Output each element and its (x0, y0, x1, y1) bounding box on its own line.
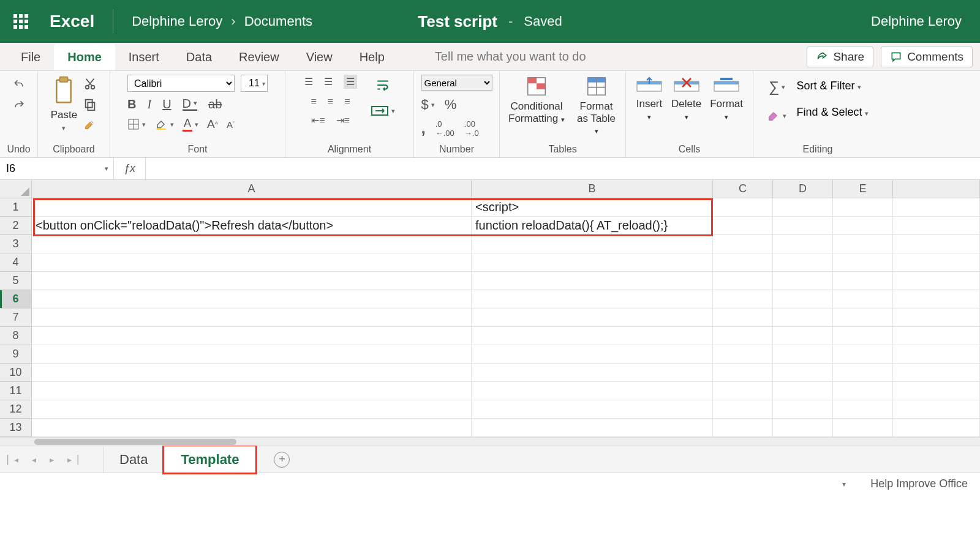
cell-B8[interactable] (472, 327, 713, 345)
cell-E12[interactable] (833, 400, 893, 419)
cell-B7[interactable] (472, 308, 713, 327)
align-center-button[interactable]: ≡ (328, 96, 333, 107)
breadcrumb-location[interactable]: Documents (244, 13, 312, 29)
cell-B13[interactable] (472, 419, 713, 437)
tab-data[interactable]: Data (173, 44, 225, 70)
grow-font-button[interactable]: A^ (207, 118, 218, 131)
cell-edge[interactable] (893, 198, 980, 217)
tab-help[interactable]: Help (346, 44, 398, 70)
cell-C8[interactable] (713, 327, 773, 345)
cell-C11[interactable] (713, 382, 773, 400)
number-format-select[interactable]: General (421, 75, 492, 91)
formula-input[interactable] (146, 158, 980, 179)
cell-edge[interactable] (893, 217, 980, 235)
horizontal-scrollbar[interactable] (0, 437, 980, 446)
select-all-corner[interactable] (0, 180, 32, 198)
cell-E1[interactable] (833, 198, 893, 217)
cell-A7[interactable] (32, 308, 472, 327)
copy-button[interactable] (83, 98, 97, 111)
account-name[interactable]: Delphine Leroy (871, 13, 962, 29)
row-header-3[interactable]: 3 (0, 235, 32, 253)
row-header-7[interactable]: 7 (0, 308, 32, 327)
tab-view[interactable]: View (293, 44, 346, 70)
cell-edge[interactable] (893, 327, 980, 345)
cell-D13[interactable] (773, 419, 833, 437)
format-as-table-button[interactable]: Format as Table ▾ (576, 75, 617, 136)
italic-button[interactable]: I (147, 97, 151, 111)
name-box[interactable]: I6 ▾ (0, 158, 114, 179)
cell-edge[interactable] (893, 235, 980, 253)
tell-me-search[interactable]: Tell me what you want to do (435, 50, 586, 64)
cell-E5[interactable] (833, 272, 893, 290)
conditional-formatting-button[interactable]: Conditional Formatting ▾ (508, 75, 565, 124)
col-header-C[interactable]: C (713, 180, 773, 198)
row-header-5[interactable]: 5 (0, 272, 32, 290)
sheet-nav-prev[interactable]: ◂ (32, 455, 36, 465)
cell-A5[interactable] (32, 272, 472, 290)
breadcrumb-user[interactable]: Delphine Leroy (132, 13, 222, 29)
cell-D10[interactable] (773, 364, 833, 382)
double-underline-button[interactable]: D (183, 98, 197, 111)
cell-edge[interactable] (893, 253, 980, 272)
format-painter-button[interactable] (83, 119, 97, 132)
cell-A6[interactable] (32, 290, 472, 308)
cell-C3[interactable] (713, 235, 773, 253)
cell-A10[interactable] (32, 364, 472, 382)
format-cells-button[interactable]: Format▾ (710, 75, 743, 122)
cell-C2[interactable] (713, 217, 773, 235)
clear-button[interactable] (767, 109, 786, 122)
cell-B6[interactable] (472, 290, 713, 308)
delete-cells-button[interactable]: Delete▾ (671, 75, 701, 122)
cell-C7[interactable] (713, 308, 773, 327)
row-header-6[interactable]: 6 (0, 290, 32, 308)
cell-edge[interactable] (893, 400, 980, 419)
cell-B3[interactable] (472, 235, 713, 253)
cell-E8[interactable] (833, 327, 893, 345)
cell-A9[interactable] (32, 345, 472, 364)
cell-D9[interactable] (773, 345, 833, 364)
increase-decimal-button[interactable]: .0←.00 (435, 119, 454, 138)
cell-D6[interactable] (773, 290, 833, 308)
sheet-nav-first[interactable]: ▏◂ (7, 455, 18, 465)
cell-A8[interactable] (32, 327, 472, 345)
tab-home[interactable]: Home (54, 44, 115, 70)
row-header-8[interactable]: 8 (0, 327, 32, 345)
font-name-select[interactable]: Calibri (127, 75, 235, 92)
col-header-B[interactable]: B (472, 180, 713, 198)
accounting-format-button[interactable]: $ (421, 97, 435, 113)
cell-C4[interactable] (713, 253, 773, 272)
undo-button[interactable] (11, 78, 27, 91)
cell-A13[interactable] (32, 419, 472, 437)
cell-edge[interactable] (893, 419, 980, 437)
cell-edge[interactable] (893, 308, 980, 327)
cell-D12[interactable] (773, 400, 833, 419)
sheet-nav-next[interactable]: ▸ (50, 455, 54, 465)
help-improve-link[interactable]: Help Improve Office (870, 477, 968, 490)
row-header-9[interactable]: 9 (0, 345, 32, 364)
cell-E7[interactable] (833, 308, 893, 327)
cell-C6[interactable] (713, 290, 773, 308)
cell-B9[interactable] (472, 345, 713, 364)
cell-A3[interactable] (32, 235, 472, 253)
cell-C9[interactable] (713, 345, 773, 364)
cell-B2[interactable]: function reloadData(){ AT_reload();} (472, 217, 713, 235)
cell-C1[interactable] (713, 198, 773, 217)
align-left-button[interactable]: ≡ (311, 96, 316, 107)
fill-color-button[interactable] (154, 118, 174, 130)
percent-button[interactable]: % (445, 97, 457, 113)
font-size-input[interactable] (241, 75, 268, 92)
sheet-nav-last[interactable]: ▸▕ (67, 455, 78, 465)
cell-B5[interactable] (472, 272, 713, 290)
view-options-dropdown[interactable]: ▾ (842, 480, 846, 488)
tab-file[interactable]: File (7, 44, 54, 70)
cell-E11[interactable] (833, 382, 893, 400)
cell-D1[interactable] (773, 198, 833, 217)
cell-B4[interactable] (472, 253, 713, 272)
cell-D3[interactable] (773, 235, 833, 253)
cell-E2[interactable] (833, 217, 893, 235)
align-top-button[interactable]: ☰ (304, 76, 313, 88)
strikethrough-button[interactable]: ab (208, 97, 222, 111)
cell-E6[interactable] (833, 290, 893, 308)
cell-C12[interactable] (713, 400, 773, 419)
add-sheet-button[interactable]: + (274, 452, 290, 468)
